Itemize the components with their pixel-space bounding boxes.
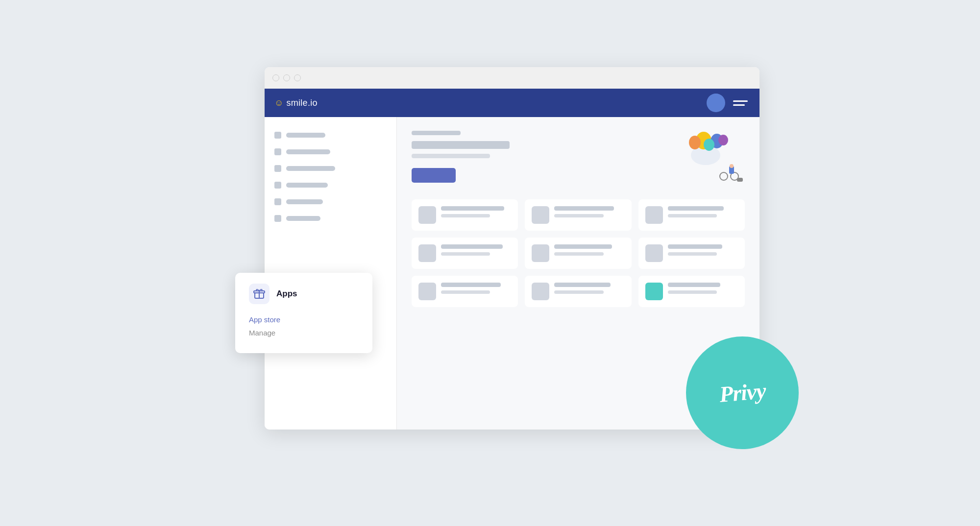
sidebar-label-bar <box>286 199 323 204</box>
card-desc-bar <box>668 290 717 294</box>
card-icon <box>418 206 436 224</box>
balloon-orange <box>689 136 701 149</box>
dog-shape <box>737 178 743 182</box>
card-text <box>441 244 511 256</box>
card-title-bar <box>554 206 614 211</box>
card-icon <box>645 206 663 224</box>
hero-desc-placeholder <box>412 154 490 158</box>
card-title-bar <box>441 283 501 287</box>
sidebar-label-bar <box>286 216 320 221</box>
app-card[interactable] <box>638 238 745 269</box>
app-logo-area: ☺ smile.io <box>265 98 397 108</box>
card-title-bar <box>441 244 503 249</box>
sidebar-label-bar <box>286 133 325 138</box>
user-avatar[interactable] <box>707 94 725 112</box>
card-text <box>441 206 511 217</box>
sidebar-bullet <box>274 182 281 189</box>
card-text <box>554 244 624 256</box>
card-title-bar <box>668 283 720 287</box>
card-text <box>668 206 738 217</box>
card-text <box>554 283 624 294</box>
card-desc-bar <box>441 214 490 217</box>
app-card[interactable] <box>412 276 518 307</box>
sidebar-item[interactable] <box>265 210 396 227</box>
privy-logo-text: Privy <box>718 380 766 406</box>
app-header: ☺ smile.io <box>265 89 760 117</box>
card-text <box>668 283 738 294</box>
browser-dot-yellow <box>283 74 290 81</box>
card-text <box>554 206 624 217</box>
sidebar-item[interactable] <box>265 160 396 177</box>
sidebar-bullet <box>274 215 281 222</box>
sidebar-item[interactable] <box>265 193 396 210</box>
menu-line-1 <box>733 100 748 102</box>
menu-line-2 <box>733 104 745 106</box>
app-card[interactable] <box>638 276 745 307</box>
card-text <box>668 244 738 256</box>
dropdown-item-manage[interactable]: Manage <box>249 326 359 339</box>
dropdown-item-app-store[interactable]: App store <box>249 313 359 326</box>
hero-illustration <box>666 131 745 185</box>
sidebar-item[interactable] <box>265 127 396 143</box>
sidebar-label-bar <box>286 166 335 171</box>
sidebar-item[interactable] <box>265 177 396 193</box>
browser-window: ☺ smile.io <box>265 67 760 430</box>
smile-logo-text: smile.io <box>286 98 317 108</box>
card-icon <box>532 244 549 262</box>
card-desc-bar <box>668 214 717 217</box>
sidebar-bullet <box>274 132 281 139</box>
card-icon-teal <box>645 283 663 300</box>
apps-dropdown[interactable]: Apps App store Manage <box>235 273 372 353</box>
apps-box-icon <box>253 288 265 300</box>
browser-dot-red <box>272 74 279 81</box>
app-card[interactable] <box>525 238 631 269</box>
sidebar-bullet <box>274 148 281 155</box>
main-inner <box>397 117 760 321</box>
card-icon <box>645 244 663 262</box>
card-desc-bar <box>554 214 603 217</box>
dropdown-section-title: Apps <box>276 289 297 299</box>
scene: ☺ smile.io <box>211 67 769 459</box>
card-desc-bar <box>668 252 717 256</box>
card-icon <box>532 206 549 224</box>
biker-head <box>730 164 734 168</box>
sidebar-label-bar <box>286 149 330 154</box>
card-icon <box>418 244 436 262</box>
biker-figure <box>713 159 740 181</box>
card-text <box>441 283 511 294</box>
card-title-bar <box>554 283 611 287</box>
hero-text <box>412 131 666 183</box>
card-icon <box>418 283 436 300</box>
hamburger-menu-icon[interactable] <box>733 100 748 106</box>
card-desc-bar <box>441 252 490 256</box>
card-desc-bar <box>554 290 603 294</box>
card-desc-bar <box>441 290 490 294</box>
content-hero <box>412 131 745 185</box>
app-card[interactable] <box>412 238 518 269</box>
sidebar <box>265 89 397 430</box>
sidebar-item[interactable] <box>265 143 396 160</box>
sidebar-label-bar <box>286 183 328 188</box>
hero-cta-button[interactable] <box>412 168 456 183</box>
app-header-right <box>397 94 760 112</box>
smile-logo-icon: ☺ <box>274 98 283 107</box>
apps-icon-box <box>249 284 270 304</box>
balloon-teal <box>704 139 714 151</box>
sidebar-content <box>265 117 396 237</box>
card-title-bar <box>554 244 612 249</box>
card-title-bar <box>668 206 724 211</box>
app-card[interactable] <box>638 199 745 231</box>
sidebar-bullet <box>274 165 281 172</box>
dropdown-header: Apps <box>249 284 359 304</box>
app-card[interactable] <box>525 276 631 307</box>
balloon-purple <box>718 135 728 145</box>
app-card[interactable] <box>412 199 518 231</box>
app-card[interactable] <box>525 199 631 231</box>
sidebar-bullet <box>274 198 281 205</box>
card-icon <box>532 283 549 300</box>
card-title-bar <box>441 206 504 211</box>
hero-subtitle-placeholder <box>412 131 461 135</box>
privy-logo-circle: Privy <box>686 336 799 449</box>
hero-title-placeholder <box>412 141 510 149</box>
wheel-back <box>719 172 728 181</box>
